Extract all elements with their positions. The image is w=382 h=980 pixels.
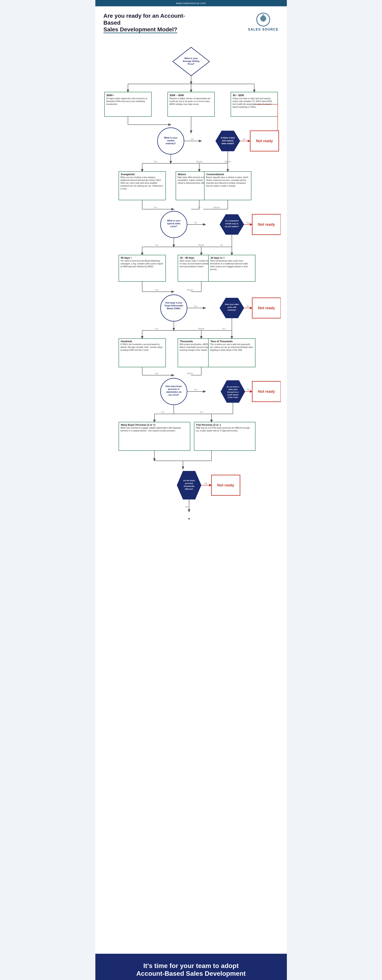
svg-text:No: No <box>220 244 223 246</box>
svg-text:cycle?: cycle? <box>170 225 177 228</box>
q10-hexagon: Are the buyer personas dramatically diff… <box>177 471 201 500</box>
svg-text:Yes: Yes <box>185 506 188 508</box>
svg-text:$20K – $50K: $20K – $50K <box>170 94 184 97</box>
svg-text:Maybe: Maybe <box>198 244 204 246</box>
svg-text:focused on a: focused on a <box>227 391 239 393</box>
q9-hexagon: Do you have a sales team focused on a sm… <box>221 380 245 403</box>
site-url: www.salessource.com <box>176 2 206 5</box>
svg-text:Hundreds: Hundreds <box>121 340 132 343</box>
not-ready-4: Not ready <box>252 381 281 402</box>
header: Are you ready for an Account-Based Sales… <box>96 6 287 37</box>
svg-text:rip and replace?: rip and replace? <box>225 226 239 228</box>
header-title: Are you ready for an Account-Based Sales… <box>103 13 189 33</box>
box-b4a: Hundreds A TAM in the hundreds is accoun… <box>119 339 166 367</box>
svg-text:No: No <box>246 305 249 307</box>
svg-text:Commodatized: Commodatized <box>206 173 224 176</box>
svg-text:Does your sales: Does your sales <box>225 303 239 305</box>
svg-text:you serve?: you serve? <box>168 394 179 396</box>
svg-text:What is your: What is your <box>167 220 180 222</box>
svg-text:What is your: What is your <box>164 137 177 139</box>
svg-text:Maybe: Maybe <box>196 161 202 163</box>
box-b5a: Many Buyer Personas (3 or +) ABSD was in… <box>119 422 190 450</box>
svg-text:Thousands: Thousands <box>180 340 193 343</box>
svg-text:Yes: Yes <box>194 389 197 391</box>
svg-text:Are the buyer: Are the buyer <box>183 479 195 482</box>
box-b3a: 90 days + You need to have Account-Based… <box>119 255 166 282</box>
q3-hexagon: Is there a land and expand sales model? <box>216 131 240 151</box>
top-bar: www.salessource.com <box>96 0 287 6</box>
svg-text:Yes: Yes <box>194 305 197 307</box>
svg-text:Is there a land: Is there a land <box>221 137 234 139</box>
svg-text:$0 – $20K: $0 – $20K <box>233 94 244 97</box>
svg-text:stakeholders do: stakeholders do <box>166 391 181 393</box>
svg-text:routinely?: routinely? <box>228 309 236 311</box>
svg-text:Target Addressable: Target Addressable <box>164 304 183 307</box>
box-b3c: 30 days or > Short transactional sales c… <box>209 255 255 282</box>
svg-text:30 days or >: 30 days or > <box>210 256 225 259</box>
svg-text:Are competitive: Are competitive <box>225 220 239 222</box>
box-b2a: Evangelistic When you are creating a new… <box>119 172 166 200</box>
svg-text:Maybe: Maybe <box>187 289 193 291</box>
svg-text:Not ready: Not ready <box>258 390 275 393</box>
svg-text:No: No <box>247 389 249 391</box>
svg-text:Yes: Yes <box>154 289 158 291</box>
box-b2c: Commodatized Buyers typically have a sol… <box>204 172 251 200</box>
logo-icon <box>256 13 271 27</box>
svg-text:Yes: Yes <box>154 244 158 246</box>
svg-text:of the TAM?: of the TAM? <box>228 396 238 398</box>
svg-text:typical sales: typical sales <box>167 222 180 225</box>
svg-text:Maybe: Maybe <box>213 206 220 208</box>
svg-text:maturity?: maturity? <box>166 142 176 145</box>
svg-text:No: No <box>198 206 201 208</box>
svg-text:personas: personas <box>185 482 193 484</box>
svg-text:Yes: Yes <box>246 222 249 224</box>
svg-text:sales team: sales team <box>228 388 237 390</box>
svg-text:No: No <box>205 482 207 485</box>
svg-text:Few Personas (3 or -): Few Personas (3 or -) <box>196 423 221 426</box>
svg-text:market: market <box>167 139 174 142</box>
svg-text:Maybe: Maybe <box>187 372 193 375</box>
svg-text:Not ready: Not ready <box>217 483 234 487</box>
svg-text:different?: different? <box>185 488 193 490</box>
not-ready-3: Not ready <box>252 298 281 318</box>
box-b1a: $50K+ Six figure deals support the unit … <box>105 92 151 116</box>
svg-text:small subset: small subset <box>227 394 238 396</box>
svg-text:Not ready: Not ready <box>258 223 275 226</box>
svg-text:Yes: Yes <box>154 206 157 208</box>
svg-text:Yes: Yes <box>222 328 225 330</box>
svg-text:personas or: personas or <box>168 388 180 390</box>
q1-diamond: What is your Average Selling Price? <box>173 47 209 76</box>
svg-text:What is your: What is your <box>184 57 198 59</box>
box-b1b: $20K – $50K Requires a higher volume of … <box>168 92 215 116</box>
svg-text:Yes: Yes <box>154 161 157 163</box>
svg-text:$50K+: $50K+ <box>107 94 114 97</box>
svg-text:Tens of Thousands: Tens of Thousands <box>210 340 233 343</box>
svg-text:Yes: Yes <box>154 372 158 375</box>
q7-hexagon: Does your sales cycle stall routinely? <box>220 298 244 318</box>
page: www.salessource.com Are you ready for an… <box>96 0 287 980</box>
logo-text: SALES SOURCE <box>248 28 279 31</box>
svg-text:Market (TAM)?: Market (TAM)? <box>167 307 181 310</box>
flowchart: What is your Average Selling Price? $50K… <box>96 37 287 954</box>
svg-text:Yes: Yes <box>154 328 158 330</box>
q5-hexagon: Are competitive installs easy to rip and… <box>220 214 244 235</box>
svg-text:30 – 90 days: 30 – 90 days <box>180 256 194 259</box>
logo-area: SALES SOURCE <box>248 13 279 31</box>
svg-text:90 days +: 90 days + <box>121 256 132 259</box>
not-ready-5: Not ready <box>212 475 240 495</box>
not-ready-2: Not ready <box>252 214 281 235</box>
svg-text:Evangelistic: Evangelistic <box>121 173 135 176</box>
svg-text:Not ready: Not ready <box>256 139 273 143</box>
svg-text:No: No <box>194 222 197 224</box>
svg-text:dramatically: dramatically <box>183 485 194 487</box>
footer-title: It's time for your team to adopt Account… <box>99 962 283 978</box>
svg-text:How many buyer: How many buyer <box>166 385 182 387</box>
svg-text:Not ready: Not ready <box>258 306 275 310</box>
svg-text:Average Selling: Average Selling <box>183 60 199 62</box>
svg-text:sales model?: sales model? <box>221 142 234 145</box>
svg-text:Mature: Mature <box>178 173 186 176</box>
svg-text:Maybe: Maybe <box>224 161 231 163</box>
svg-text:No: No <box>243 138 245 140</box>
footer: It's time for your team to adopt Account… <box>96 954 287 980</box>
svg-text:installs easy to: installs easy to <box>225 223 238 225</box>
